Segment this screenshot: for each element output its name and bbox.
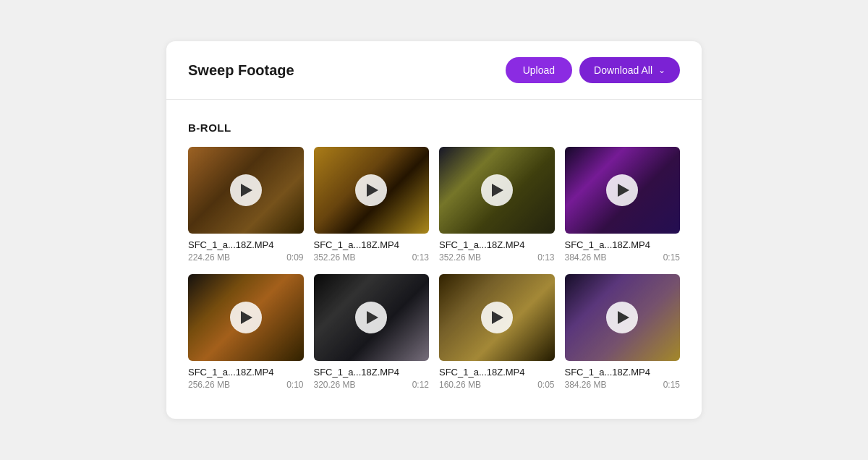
video-duration: 0:12 [412, 380, 429, 390]
video-meta: 224.26 MB 0:09 [188, 252, 304, 263]
video-size: 160.26 MB [439, 380, 481, 390]
play-button[interactable] [230, 302, 262, 333]
video-info: SFC_1_a...18Z.MP4 320.26 MB 0:12 [314, 367, 430, 390]
play-overlay [314, 147, 430, 234]
upload-button[interactable]: Upload [506, 57, 572, 83]
video-name: SFC_1_a...18Z.MP4 [439, 367, 555, 378]
play-overlay [314, 274, 430, 361]
video-name: SFC_1_a...18Z.MP4 [439, 239, 555, 250]
video-duration: 0:09 [286, 252, 303, 263]
play-overlay [565, 274, 681, 361]
video-info: SFC_1_a...18Z.MP4 256.26 MB 0:10 [188, 367, 304, 390]
main-container: Sweep Footage Upload Download All ⌄ B-RO… [166, 41, 702, 418]
video-meta: 384.26 MB 0:15 [565, 252, 681, 263]
video-duration: 0:10 [286, 380, 303, 390]
content-area: B-ROLL SFC_1_a...18Z.MP4 224.26 MB 0:09 [166, 100, 702, 389]
play-icon [367, 311, 378, 324]
play-button[interactable] [606, 302, 638, 333]
video-info: SFC_1_a...18Z.MP4 384.26 MB 0:15 [565, 367, 681, 390]
play-icon [241, 311, 252, 324]
video-info: SFC_1_a...18Z.MP4 160.26 MB 0:05 [439, 367, 555, 390]
video-thumbnail[interactable] [565, 274, 681, 361]
video-name: SFC_1_a...18Z.MP4 [565, 239, 681, 250]
video-duration: 0:15 [663, 252, 680, 263]
play-overlay [188, 147, 304, 234]
video-thumbnail[interactable] [565, 147, 681, 234]
video-name: SFC_1_a...18Z.MP4 [565, 367, 681, 378]
play-icon [241, 184, 252, 197]
video-size: 384.26 MB [565, 380, 607, 390]
play-icon [492, 311, 503, 324]
play-overlay [439, 147, 555, 234]
play-button[interactable] [481, 174, 513, 206]
play-button[interactable] [606, 174, 638, 206]
video-thumbnail[interactable] [314, 147, 430, 234]
video-thumbnail[interactable] [188, 274, 304, 361]
play-overlay [439, 274, 555, 361]
play-icon [492, 184, 503, 197]
video-thumbnail[interactable] [439, 147, 555, 234]
play-button[interactable] [355, 302, 387, 333]
video-name: SFC_1_a...18Z.MP4 [188, 367, 304, 378]
page-title: Sweep Footage [188, 62, 294, 79]
play-overlay [565, 147, 681, 234]
header-actions: Upload Download All ⌄ [506, 57, 680, 83]
video-card: SFC_1_a...18Z.MP4 384.26 MB 0:15 [565, 274, 681, 390]
play-overlay [188, 274, 304, 361]
video-grid: SFC_1_a...18Z.MP4 224.26 MB 0:09 SFC_1_a… [188, 147, 680, 389]
video-meta: 352.26 MB 0:13 [439, 252, 555, 263]
video-info: SFC_1_a...18Z.MP4 352.26 MB 0:13 [439, 239, 555, 263]
play-icon [618, 184, 629, 197]
video-thumbnail[interactable] [314, 274, 430, 361]
video-size: 256.26 MB [188, 380, 230, 390]
video-card: SFC_1_a...18Z.MP4 320.26 MB 0:12 [314, 274, 430, 390]
video-info: SFC_1_a...18Z.MP4 224.26 MB 0:09 [188, 239, 304, 263]
play-icon [367, 184, 378, 197]
video-card: SFC_1_a...18Z.MP4 224.26 MB 0:09 [188, 147, 304, 263]
video-card: SFC_1_a...18Z.MP4 352.26 MB 0:13 [314, 147, 430, 263]
video-size: 320.26 MB [314, 380, 356, 390]
video-size: 352.26 MB [314, 252, 356, 263]
video-duration: 0:15 [663, 380, 680, 390]
video-card: SFC_1_a...18Z.MP4 160.26 MB 0:05 [439, 274, 555, 390]
download-all-label: Download All [594, 64, 652, 76]
video-name: SFC_1_a...18Z.MP4 [188, 239, 304, 250]
header: Sweep Footage Upload Download All ⌄ [166, 41, 702, 100]
video-info: SFC_1_a...18Z.MP4 384.26 MB 0:15 [565, 239, 681, 263]
video-card: SFC_1_a...18Z.MP4 256.26 MB 0:10 [188, 274, 304, 390]
video-name: SFC_1_a...18Z.MP4 [314, 367, 430, 378]
video-thumbnail[interactable] [188, 147, 304, 234]
video-duration: 0:13 [412, 252, 429, 263]
video-meta: 160.26 MB 0:05 [439, 380, 555, 390]
video-meta: 384.26 MB 0:15 [565, 380, 681, 390]
video-size: 352.26 MB [439, 252, 481, 263]
video-info: SFC_1_a...18Z.MP4 352.26 MB 0:13 [314, 239, 430, 263]
chevron-down-icon: ⌄ [658, 65, 665, 75]
play-button[interactable] [230, 174, 262, 206]
play-button[interactable] [355, 174, 387, 206]
video-name: SFC_1_a...18Z.MP4 [314, 239, 430, 250]
download-all-button[interactable]: Download All ⌄ [579, 57, 680, 83]
section-title: B-ROLL [188, 122, 680, 134]
video-meta: 256.26 MB 0:10 [188, 380, 304, 390]
video-size: 224.26 MB [188, 252, 230, 263]
video-card: SFC_1_a...18Z.MP4 352.26 MB 0:13 [439, 147, 555, 263]
play-icon [618, 311, 629, 324]
play-button[interactable] [481, 302, 513, 333]
video-meta: 352.26 MB 0:13 [314, 252, 430, 263]
video-card: SFC_1_a...18Z.MP4 384.26 MB 0:15 [565, 147, 681, 263]
video-duration: 0:05 [537, 380, 554, 390]
video-size: 384.26 MB [565, 252, 607, 263]
video-meta: 320.26 MB 0:12 [314, 380, 430, 390]
video-duration: 0:13 [537, 252, 554, 263]
video-thumbnail[interactable] [439, 274, 555, 361]
